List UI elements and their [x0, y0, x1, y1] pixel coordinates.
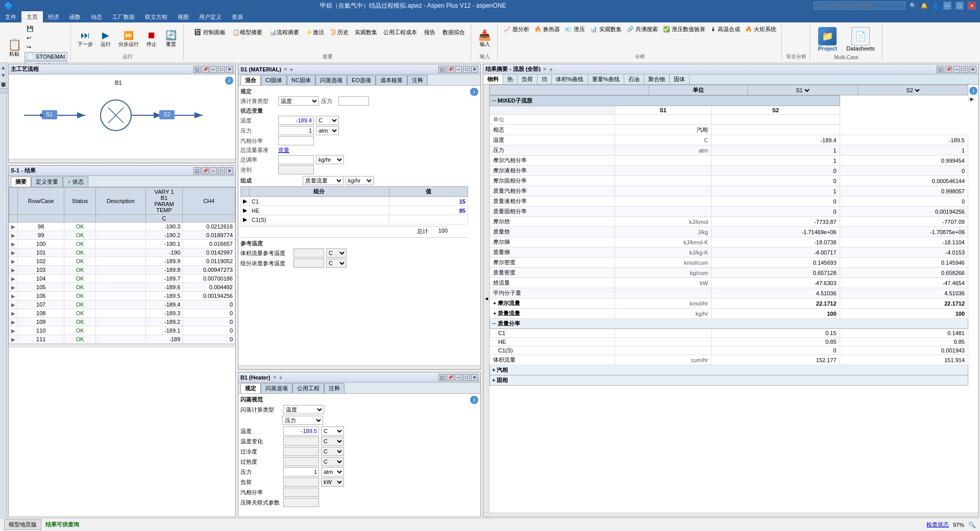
summary-scrollbar[interactable] [483, 513, 978, 517]
nav-tab-load[interactable]: 负荷 [518, 74, 537, 84]
sum-float-btn[interactable]: ◱ [937, 66, 944, 73]
pressure-button[interactable]: 💨 泄压 [563, 24, 587, 34]
torch-button[interactable]: 🔥 火炬系统 [743, 24, 778, 34]
tab-ci-solid[interactable]: CI固体 [261, 75, 287, 85]
flow-summary-button[interactable]: 📊 流程摘要 [266, 27, 302, 38]
b1-float-btn[interactable]: ◱ [438, 374, 446, 381]
nav-tab-solid[interactable]: 固体 [670, 74, 690, 84]
sum-max-btn[interactable]: □ [961, 66, 968, 73]
tab-b1-flash[interactable]: 闪蒸选项 [261, 383, 292, 393]
project-button[interactable]: 📁 Project [816, 26, 840, 53]
solvent-input[interactable] [278, 165, 314, 174]
s1m-scrollbar[interactable] [238, 365, 480, 369]
vapor-frac-input[interactable] [278, 136, 314, 145]
tab-equation[interactable]: 联立方程 [140, 11, 173, 22]
results-scrollbar[interactable] [9, 344, 235, 348]
tab-b1-spec[interactable]: 规定 [240, 383, 261, 393]
b1-duty-input[interactable] [283, 477, 319, 487]
tab-economics[interactable]: 经济 [43, 11, 64, 22]
undo-button[interactable]: ↩ [24, 34, 67, 42]
tab-define-vars[interactable]: 定义变量 [31, 176, 63, 187]
s1m-max-btn[interactable]: □ [463, 66, 470, 73]
tab-notes[interactable]: 注释 [407, 75, 428, 85]
close-button[interactable]: ✕ [968, 2, 976, 10]
comp-conc-ref-input[interactable] [293, 259, 324, 268]
data-analysis-button[interactable]: 📈 股分析 [502, 24, 531, 34]
step-run-button[interactable]: ⏩ 分步运行 [116, 28, 141, 49]
run-button[interactable]: ▶ 运行 [96, 28, 115, 49]
model-summary-button[interactable]: 📋 模型摘要 [230, 27, 265, 38]
vol-flow-ref-input[interactable] [293, 248, 324, 258]
comp-conc-unit[interactable]: C [326, 259, 347, 268]
b1-add-tab[interactable]: + [279, 373, 283, 382]
paste-button[interactable]: 📋 粘贴 [5, 37, 23, 59]
reset-button[interactable]: 🔄 重置 [162, 28, 180, 49]
check-status-btn[interactable]: 检查状态 [926, 521, 949, 528]
s1m-pin-btn[interactable]: 📌 [447, 66, 454, 73]
nav-tab-heat[interactable]: 热 [503, 74, 518, 84]
tab-cost[interactable]: 成本核算 [376, 75, 407, 85]
s1-min-btn[interactable]: ─ [210, 167, 217, 174]
report-button[interactable]: 报告 [421, 27, 439, 38]
b1-pressure-type-select[interactable]: 压力 [282, 416, 323, 425]
summary-add-tab[interactable]: + [549, 65, 553, 73]
b1-pin-btn[interactable]: 📌 [447, 374, 454, 381]
s1-material-close-tab[interactable]: ✕ [283, 66, 287, 72]
datasheets-button[interactable]: 📄 Datasheets [844, 26, 877, 53]
sidebar-results-tab[interactable]: 结果导航 [0, 88, 8, 93]
tab-b1-notes[interactable]: 注释 [324, 383, 345, 393]
user-icon[interactable]: 👤 [932, 3, 939, 9]
tab-dynamics[interactable]: 动态 [86, 11, 107, 22]
tab-file[interactable]: 文件 [0, 11, 21, 22]
nav-arrow-down[interactable]: ▼ [1, 72, 6, 78]
b1-subcool-unit[interactable]: C [321, 447, 344, 456]
tab-b1-utility[interactable]: 公用工程 [292, 383, 324, 393]
save-button[interactable]: 💾 [24, 24, 67, 33]
s1-float-btn[interactable]: ◱ [193, 167, 201, 174]
nav-tab-vol-curve[interactable]: 体积%曲线 [552, 74, 588, 84]
total-basis-link[interactable]: 质量 [278, 146, 289, 154]
tab-functions[interactable]: 函数 [64, 11, 86, 22]
s1-material-add-tab[interactable]: + [289, 65, 293, 73]
b1-close-btn[interactable]: ✕ [471, 374, 478, 381]
model-page-tab[interactable]: 模型地页版 [4, 519, 41, 530]
pin-button[interactable]: 📌 [202, 66, 209, 73]
sum-close-btn[interactable]: ✕ [969, 66, 976, 73]
sum-min-btn[interactable]: ─ [953, 66, 960, 73]
next-step-button[interactable]: ⏭ 下一步 [75, 28, 95, 49]
nav-tab-material[interactable]: 物料 [483, 74, 503, 84]
vol-ref-unit[interactable]: C [326, 248, 347, 258]
maximize-panel-button[interactable]: □ [218, 66, 225, 73]
azeotrope-button[interactable]: 🔗 共沸搜索 [625, 24, 660, 34]
b1-temp-input[interactable] [283, 426, 319, 436]
b1-subcool-input[interactable] [283, 447, 319, 456]
stream-s1-select2[interactable]: S1 [794, 87, 811, 94]
s1-pin-btn[interactable]: 📌 [202, 167, 209, 174]
control-panel-button[interactable]: 🖥 控制面板 [188, 24, 229, 40]
nav-arrow-up[interactable]: ▲ [1, 65, 6, 70]
close-panel-button[interactable]: ✕ [226, 66, 233, 73]
sum-pin-btn[interactable]: 📌 [945, 66, 952, 73]
s1m-float-btn[interactable]: ◱ [438, 66, 446, 73]
b1-pressure-input[interactable] [283, 467, 319, 476]
s1m-info-icon[interactable]: i [470, 88, 478, 96]
minimize-button[interactable]: ─ [943, 2, 951, 10]
float-button[interactable]: ◱ [193, 66, 201, 73]
b1-info-icon[interactable]: i [470, 396, 478, 404]
s1-close-btn[interactable]: ✕ [226, 167, 233, 174]
zoom-in-btn[interactable]: 🔍 [968, 521, 976, 528]
search-icon[interactable]: 🔍 [910, 3, 917, 9]
total-flow-input[interactable] [278, 155, 314, 164]
b1-superheat-input[interactable] [283, 457, 319, 466]
b1-temp-unit[interactable]: C [321, 426, 344, 436]
tab-eo-opts[interactable]: EO选项 [347, 75, 376, 85]
nav-tab-work[interactable]: 功 [537, 74, 552, 84]
pressure-input2[interactable] [278, 126, 314, 135]
high-temp-button[interactable]: 🌡 高温合成 [708, 24, 742, 34]
scroll-right-btn[interactable]: ▶ [968, 97, 974, 102]
s1m-close-btn[interactable]: ✕ [471, 66, 478, 73]
b1-flash-type-select[interactable]: 温度 [283, 405, 324, 414]
b1-max-btn[interactable]: □ [463, 374, 470, 381]
data-fit-button[interactable]: 数据拟合 [440, 27, 468, 38]
tab-user-def[interactable]: 用户定义 [194, 11, 227, 22]
